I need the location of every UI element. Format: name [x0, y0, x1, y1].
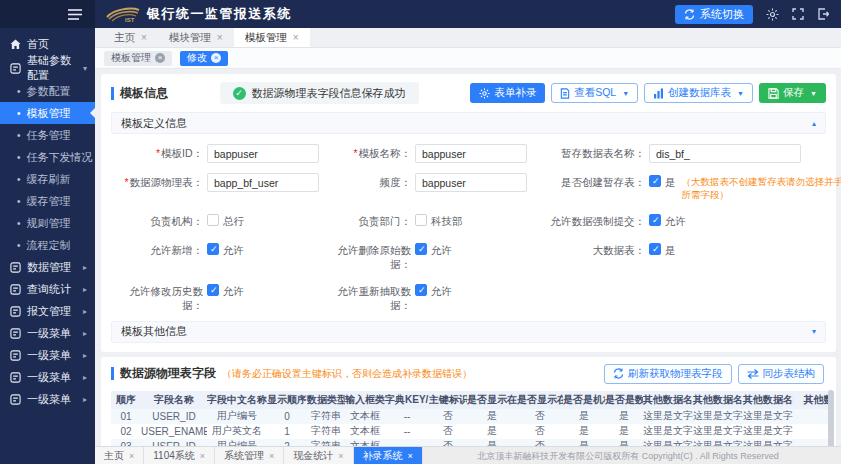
temp-table-name-input[interactable]	[649, 144, 801, 163]
sidebar-sub-item[interactable]: • 任务管理	[0, 124, 95, 146]
logout-icon[interactable]	[817, 8, 829, 20]
close-circle-icon[interactable]: ×	[211, 53, 221, 63]
close-icon[interactable]: ×	[200, 451, 205, 461]
system-switch-button[interactable]: 系统切换	[675, 5, 753, 24]
sidebar-group-item[interactable]: 一级菜单 ▸	[0, 388, 95, 410]
cell-show-in-2: 否	[517, 409, 563, 424]
sidebar-sub-item[interactable]: • 流程定制	[0, 234, 95, 256]
sidebar-group-item[interactable]: 报文管理 ▸	[0, 300, 95, 322]
collapse-up-icon[interactable]: ▴	[812, 119, 816, 128]
sidebar-sub-item[interactable]: • 模板管理	[0, 102, 95, 124]
sidebar-group-basic-params[interactable]: 基础参数配置 ▾	[0, 56, 95, 80]
footer-system-tab[interactable]: 补录系统 ×	[354, 447, 423, 464]
breadcrumb-chip-template-manage[interactable]: 模板管理 ×	[104, 51, 172, 66]
table-header-cell: 是否显示在...	[467, 391, 517, 409]
org-checkbox[interactable]	[207, 214, 219, 226]
close-icon[interactable]: ×	[338, 451, 343, 461]
view-sql-button[interactable]: 查看SQL ▼	[551, 83, 638, 103]
cell-is-data: 是	[605, 439, 643, 446]
sidebar-sub-item-label: 缓存管理	[27, 194, 71, 209]
allow-re-extract-checkbox[interactable]	[415, 284, 427, 296]
close-icon[interactable]: ×	[408, 451, 413, 461]
bar-chart-icon	[653, 88, 664, 99]
cell-other-3: 这里是文字	[743, 439, 793, 446]
footer-system-tab[interactable]: 主页 ×	[95, 447, 144, 464]
allow-edit-history-checkbox[interactable]	[207, 284, 219, 296]
sidebar-group-item[interactable]: 一级菜单 ▸	[0, 322, 95, 344]
create-table-button[interactable]: 创建数据库表 ▼	[644, 83, 753, 103]
section-template-definition[interactable]: 模板定义信息 ▴	[111, 112, 826, 134]
dept-checkbox[interactable]	[415, 214, 427, 226]
close-circle-icon[interactable]: ×	[155, 53, 165, 63]
sync-structure-button[interactable]: 同步表结构	[738, 364, 825, 384]
app-title: 银行统一监管报送系统	[147, 5, 292, 23]
footer-system-tab[interactable]: 1104系统 ×	[144, 447, 215, 464]
page-tab[interactable]: 模块管理 ×	[158, 28, 234, 47]
top-actions: 系统切换	[675, 5, 841, 24]
page-tab[interactable]: 主页 ×	[103, 28, 158, 47]
sidebar-group-item[interactable]: 一级菜单 ▸	[0, 344, 95, 366]
form-field-source-table: *数据源物理表：	[111, 173, 319, 202]
sidebar-sub-item[interactable]: • 规则管理	[0, 212, 95, 234]
frequency-input[interactable]	[415, 173, 527, 192]
close-icon[interactable]: ×	[129, 451, 134, 461]
menu-doc-icon	[10, 394, 21, 405]
fullscreen-icon[interactable]	[792, 8, 804, 20]
form-field-allow-re-extract: 允许重新抽取数据： 允许	[319, 282, 527, 313]
table-row[interactable]: 01 USER_ID 用户编号 0 字符串 文本框 -- 否 是 否 是	[111, 409, 833, 424]
cell-other-1: 这里是文字	[643, 424, 693, 439]
vertical-scrollbar-thumb[interactable]	[828, 390, 834, 446]
sidebar-group-item[interactable]: 数据管理 ▸	[0, 256, 95, 278]
form-field-temp-table-name: 暂存数据表名称：	[527, 144, 841, 163]
chevron-right-icon: ▸	[83, 351, 87, 360]
source-table-input[interactable]	[207, 173, 319, 192]
menu-doc-icon	[10, 306, 21, 317]
chevron-down-icon: ▼	[622, 90, 629, 97]
close-icon[interactable]: ×	[269, 451, 274, 461]
cell-field-cn-name: 用户英文名	[207, 424, 267, 439]
table-header-cell: 顺序	[111, 391, 141, 409]
close-icon[interactable]: ×	[217, 32, 223, 43]
template-id-input[interactable]	[207, 144, 319, 163]
chevron-right-icon: ▸	[83, 307, 87, 316]
sidebar-sub-item[interactable]: • 缓存刷新	[0, 168, 95, 190]
table-row[interactable]: 02 USER_ENAME 用户英文名 1 字符串 文本框 -- 否 是 否 是	[111, 424, 833, 439]
cell-show-in-1: 是	[467, 409, 517, 424]
template-name-input[interactable]	[415, 144, 527, 163]
top-tabstrip: 主页 × 模块管理 × 模板管理 ×	[95, 28, 841, 48]
sidebar-sub-item[interactable]: • 任务下发情况	[0, 146, 95, 168]
big-data-table-checkbox[interactable]	[649, 243, 661, 255]
copyright-text: 北京顶丰新融科技开发有限公司版权所有 Copyright(C) . All Ri…	[415, 447, 841, 464]
sidebar-sub-item[interactable]: • 参数配置	[0, 80, 95, 102]
allow-delete-checkbox[interactable]	[415, 243, 427, 255]
cell-other-4	[793, 409, 833, 424]
hamburger-menu-icon[interactable]	[68, 9, 82, 20]
create-temp-table-checkbox[interactable]	[649, 175, 661, 187]
allow-add-checkbox[interactable]	[207, 243, 219, 255]
footer-system-tab[interactable]: 系统管理 ×	[215, 447, 284, 464]
tab-label: 模板管理	[245, 31, 287, 45]
refresh-fields-button[interactable]: 刷新获取物理表字段	[604, 364, 732, 384]
cell-field-name: USER_ENAME	[141, 424, 207, 439]
close-icon[interactable]: ×	[293, 32, 299, 43]
temp-table-warning-note: （大数据表不创建暂存表请勿选择并手工添加补录模板所需字段）	[682, 175, 841, 202]
close-icon[interactable]: ×	[141, 32, 147, 43]
cell-primary-key: 否	[429, 439, 467, 446]
sidebar-group-item[interactable]: 一级菜单 ▸	[0, 366, 95, 388]
save-button[interactable]: 保存 ▼	[759, 83, 826, 103]
table-row[interactable]: 03 USER_ID 用户编号 2 字符串 文本框 -- 否 是 否 是	[111, 439, 833, 446]
page-tab[interactable]: 模板管理 ×	[234, 28, 310, 47]
force-submit-checkbox[interactable]	[649, 214, 661, 226]
footer-system-tab[interactable]: 现金统计 ×	[284, 447, 353, 464]
collapse-down-icon[interactable]: ▾	[812, 327, 816, 336]
section-template-other[interactable]: 模板其他信息 ▾	[111, 321, 826, 343]
breadcrumb-chip-edit[interactable]: 修改 ×	[180, 51, 228, 66]
sidebar-sub-item[interactable]: • 缓存管理	[0, 190, 95, 212]
table-header-cell: 主键标识	[429, 391, 467, 409]
settings-gear-icon[interactable]	[766, 8, 779, 21]
menu-doc-icon	[10, 328, 21, 339]
sidebar-group-item[interactable]: 查询统计 ▸	[0, 278, 95, 300]
form-entry-button[interactable]: 表单补录	[470, 83, 545, 103]
table-header-cell: 是否是数据...	[605, 391, 643, 409]
vertical-scrollbar[interactable]	[828, 390, 834, 446]
